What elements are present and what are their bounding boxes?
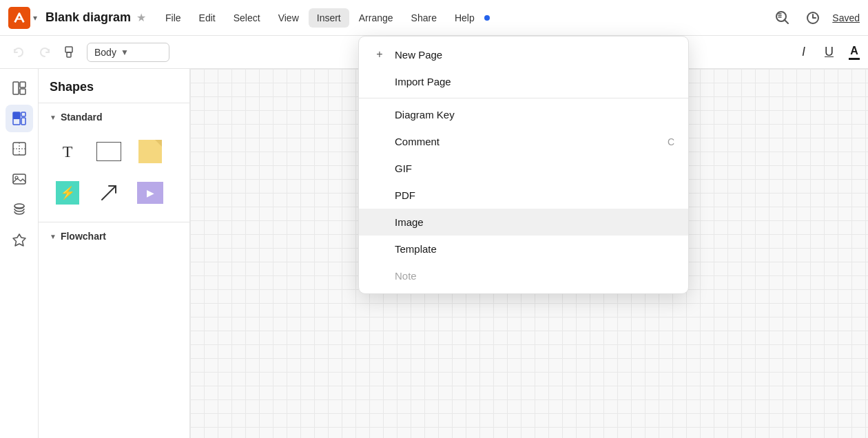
arrow-shape-icon [96,180,121,205]
history-button[interactable] [802,7,824,29]
standard-section-title[interactable]: ▼ Standard [50,112,178,123]
comment-shortcut: C [668,136,674,147]
menu-template[interactable]: Template [359,236,688,262]
image-label: Image [395,216,674,228]
svg-rect-8 [67,52,71,57]
svg-rect-7 [65,47,72,52]
menu-comment[interactable]: Comment C [359,128,688,155]
nav-select[interactable]: Select [225,8,269,28]
shapes-panel: Shapes ▼ Standard T ⚡ [39,69,190,438]
shape-lightning[interactable]: ⚡ [50,175,85,211]
flowchart-section: ▼ Flowchart [39,222,189,258]
lightning-shape-icon: ⚡ [56,181,79,205]
menu-image[interactable]: Image [359,209,688,236]
undo-button[interactable] [8,42,29,63]
font-color-bar [849,58,860,60]
title-area: Blank diagram ★ [45,10,146,25]
sidebar-pages-button[interactable] [6,74,33,102]
shape-note[interactable] [132,134,168,169]
note-label: Note [395,270,674,282]
favorite-icon[interactable]: ★ [136,11,146,24]
menu-gif[interactable]: GIF [359,155,688,182]
rect-shape-icon [96,142,121,161]
video-shape-icon: ▶ [137,182,163,204]
pdf-label: PDF [395,189,674,201]
svg-rect-14 [21,112,25,116]
shapes-header: Shapes [39,69,189,103]
saved-status[interactable]: Saved [832,12,860,23]
svg-rect-19 [13,174,25,184]
shape-video[interactable]: ▶ [132,175,168,211]
menu-import-page[interactable]: Import Page [359,68,688,95]
nav-insert[interactable]: Insert [309,8,349,28]
nav-arrange[interactable]: Arrange [351,8,402,28]
sidebar-integrations-button[interactable] [6,226,33,253]
nav-edit[interactable]: Edit [191,8,224,28]
nav-help[interactable]: Help [446,8,483,28]
format-dropdown[interactable]: Body ▼ [87,43,169,62]
svg-rect-10 [20,82,25,87]
svg-rect-11 [20,89,25,94]
svg-line-22 [102,186,116,200]
text-shape-icon: T [63,143,73,161]
import-page-label: Import Page [395,76,674,87]
font-color-button[interactable]: A [849,45,860,60]
nav-share[interactable]: Share [403,8,445,28]
insert-dropdown-menu: + New Page Import Page Diagram Key Comme… [358,36,689,294]
top-bar: ▾ Blank diagram ★ File Edit Select View … [0,0,868,36]
redo-button[interactable] [34,42,55,63]
standard-arrow-icon: ▼ [50,114,56,121]
diagram-key-label: Diagram Key [395,109,674,121]
gif-label: GIF [395,163,674,174]
menu-new-page[interactable]: + New Page [359,41,688,68]
svg-rect-0 [8,7,30,29]
logo-chevron-icon[interactable]: ▾ [33,13,37,23]
dropdown-arrow-icon: ▼ [121,48,129,57]
sidebar-image-button[interactable] [6,165,33,193]
standard-shapes-grid: T ⚡ ▶ [50,131,178,213]
standard-label: Standard [61,112,103,123]
sidebar-data-button[interactable] [6,196,33,223]
svg-rect-13 [13,112,20,119]
template-label: Template [395,243,674,255]
menu-note[interactable]: Note [359,262,688,289]
toolbar-right: I U A [798,42,860,62]
search-button[interactable] [772,7,794,29]
shape-text[interactable]: T [50,134,85,169]
nav-view[interactable]: View [270,8,307,28]
new-page-icon: + [373,48,386,61]
nav-right: Saved [772,7,860,29]
sidebar-border-button[interactable] [6,135,33,163]
diagram-title: Blank diagram [45,10,131,25]
svg-rect-15 [21,118,25,125]
sidebar-icons [0,69,39,438]
italic-button[interactable]: I [798,42,809,62]
svg-line-2 [785,19,789,23]
main-nav: File Edit Select View Insert Arrange Sha… [157,8,769,28]
menu-diagram-key[interactable]: Diagram Key [359,101,688,128]
shape-rectangle[interactable] [91,134,127,169]
logo-area: ▾ [8,7,37,29]
nav-file[interactable]: File [157,8,189,28]
flowchart-label: Flowchart [61,231,106,242]
app-logo[interactable] [8,7,30,29]
online-indicator [484,15,490,21]
sidebar-shapes-button[interactable] [6,105,33,132]
note-shape-icon [138,140,162,163]
underline-button[interactable]: U [820,42,838,62]
new-page-label: New Page [395,49,674,61]
standard-section: ▼ Standard T ⚡ [39,103,189,222]
format-painter-button[interactable] [61,42,81,63]
menu-divider-1 [359,98,688,98]
flowchart-arrow-icon: ▼ [50,233,56,240]
comment-label: Comment [395,136,659,147]
format-label: Body [94,47,116,58]
shape-arrow[interactable] [91,175,127,211]
menu-pdf[interactable]: PDF [359,182,688,209]
flowchart-section-title[interactable]: ▼ Flowchart [50,231,178,242]
svg-rect-9 [13,82,19,94]
